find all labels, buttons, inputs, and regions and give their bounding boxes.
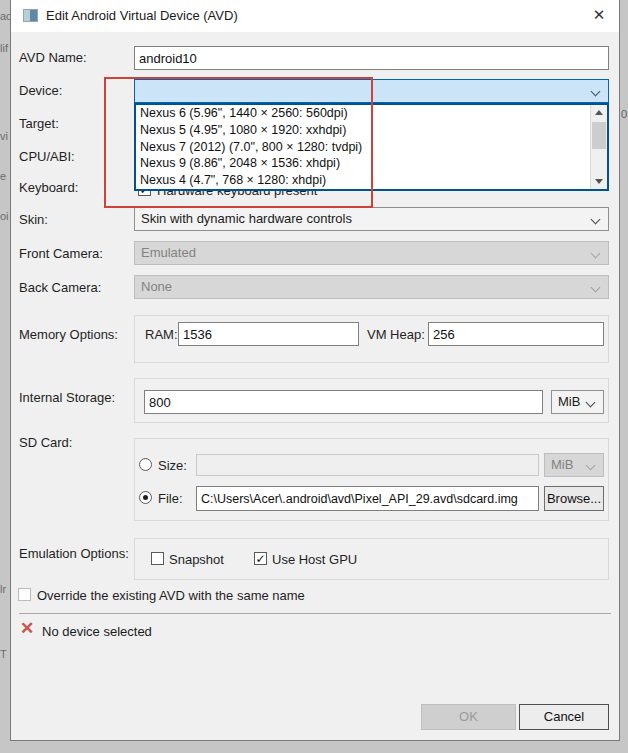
sd-size-label: Size: [158, 458, 187, 473]
window-title: Edit Android Virtual Device (AVD) [46, 8, 238, 23]
scrollbar-thumb[interactable] [592, 122, 606, 149]
background-fragment: e [0, 170, 10, 182]
red-annotation-rectangle [104, 77, 373, 208]
sd-file-radio[interactable] [139, 491, 152, 504]
browse-button[interactable]: Browse... [544, 486, 604, 511]
ram-label: RAM: [145, 327, 178, 342]
background-fragment: oi [0, 210, 10, 222]
use-host-gpu-label: Use Host GPU [272, 552, 357, 567]
avd-name-input[interactable] [134, 46, 609, 70]
chevron-down-icon [591, 249, 601, 259]
background-fragment: 0 [621, 108, 627, 120]
internal-storage-input[interactable] [144, 390, 543, 414]
sd-file-label: File: [158, 491, 183, 506]
sd-size-unit-value: MiB [551, 457, 573, 472]
sd-size-radio[interactable] [139, 458, 152, 471]
sd-file-path-input[interactable] [196, 486, 539, 511]
avd-name-label: AVD Name: [19, 50, 87, 65]
override-avd-checkbox [18, 588, 31, 601]
vm-heap-label: VM Heap: [367, 327, 425, 342]
snapshot-label: Snapshot [169, 552, 224, 567]
front-camera-value: Emulated [141, 245, 196, 260]
divider [19, 613, 611, 614]
background-fragment: T [0, 648, 10, 660]
cpu-abi-label: CPU/ABI: [19, 149, 75, 164]
override-avd-label: Override the existing AVD with the same … [37, 588, 305, 603]
status-message: No device selected [42, 624, 152, 639]
internal-storage-unit-value: MiB [558, 394, 580, 409]
close-icon[interactable]: ✕ [587, 4, 611, 26]
chevron-down-icon [591, 215, 601, 225]
target-label: Target: [19, 116, 59, 131]
scrollbar-up-icon[interactable] [591, 105, 607, 121]
chevron-down-icon [591, 283, 601, 293]
internal-storage-label: Internal Storage: [19, 390, 115, 405]
error-x-icon: ✕ [20, 618, 34, 639]
snapshot-checkbox[interactable] [151, 552, 164, 565]
screen: ac lif vi e oi lr T 0 Edit Android Virtu… [0, 0, 628, 753]
back-camera-label: Back Camera: [19, 280, 101, 295]
chevron-down-icon [586, 461, 596, 471]
cancel-button[interactable]: Cancel [519, 704, 609, 730]
internal-storage-unit-combobox[interactable]: MiB [551, 390, 604, 414]
keyboard-label: Keyboard: [19, 180, 78, 195]
scrollbar[interactable] [590, 105, 607, 189]
device-label: Device: [19, 83, 62, 98]
background-fragment: lr [0, 583, 10, 595]
sd-size-unit-combobox: MiB [544, 453, 604, 477]
skin-label: Skin: [19, 212, 48, 227]
emulation-options-label: Emulation Options: [19, 546, 129, 561]
back-camera-value: None [141, 279, 172, 294]
radio-dot [143, 495, 148, 500]
front-camera-combobox: Emulated [134, 241, 609, 265]
vm-heap-input[interactable] [428, 322, 604, 346]
skin-combobox[interactable]: Skin with dynamic hardware controls [134, 207, 609, 231]
use-host-gpu-checkbox[interactable]: ✓ [254, 552, 267, 565]
back-camera-combobox: None [134, 275, 609, 299]
window-icon [23, 9, 38, 22]
ok-button: OK [421, 704, 516, 730]
memory-options-label: Memory Options: [19, 327, 118, 342]
edit-avd-dialog: Edit Android Virtual Device (AVD) ✕ AVD … [10, 0, 620, 741]
background-fragment: vi [0, 130, 10, 142]
chevron-down-icon [591, 87, 601, 97]
front-camera-label: Front Camera: [19, 246, 103, 261]
background-fragment: lif [0, 42, 10, 54]
title-bar: Edit Android Virtual Device (AVD) ✕ [11, 0, 619, 32]
sd-size-input [196, 454, 539, 476]
scrollbar-down-icon[interactable] [591, 173, 607, 189]
ram-input[interactable] [178, 322, 359, 346]
background-fragment: ac [0, 10, 10, 22]
skin-combobox-value: Skin with dynamic hardware controls [141, 211, 352, 226]
chevron-down-icon [586, 398, 596, 408]
sd-card-label: SD Card: [19, 435, 72, 450]
